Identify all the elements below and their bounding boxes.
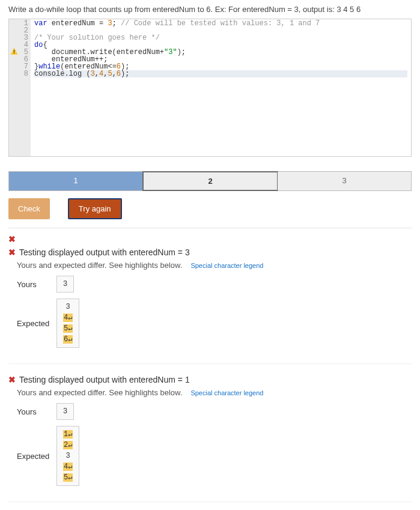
tab-attempt-1[interactable]: 1 — [9, 172, 143, 190]
test-title: ✖ Testing displayed output with enteredN… — [8, 247, 412, 257]
yours-output: 3 — [56, 403, 74, 420]
test-result-1: ✖ Testing displayed output with enteredN… — [8, 247, 412, 364]
tab-attempt-2[interactable]: 2 — [142, 171, 278, 191]
action-buttons: Check Try again — [8, 198, 412, 219]
special-char-legend-link[interactable]: Special character legend — [190, 389, 263, 396]
fail-icon: ✖ — [8, 375, 16, 384]
expected-row: Expected 1↵ 2↵ 3 4↵ 5↵ — [17, 426, 412, 486]
code-editor[interactable]: 1 2 3 4 ⚠️5 6 7 8 var enteredNum = 3; //… — [8, 19, 412, 157]
yours-row: Yours 3 — [17, 276, 412, 293]
editor-content[interactable]: var enteredNum = 3; // Code will be test… — [31, 19, 411, 156]
instruction: Write a do-while loop that counts up fro… — [8, 5, 412, 14]
special-char-legend-link[interactable]: Special character legend — [190, 262, 263, 269]
diff-message: Yours and expected differ. See highlight… — [17, 261, 412, 270]
expected-row: Expected 3 4↵ 5↵ 6↵ — [17, 299, 412, 348]
diff-message: Yours and expected differ. See highlight… — [17, 388, 412, 397]
yours-row: Yours 3 — [17, 403, 412, 420]
yours-output: 3 — [56, 276, 74, 293]
line-number: 8 — [9, 70, 28, 77]
check-button[interactable]: Check — [8, 198, 50, 219]
expected-output: 1↵ 2↵ 3 4↵ 5↵ — [56, 426, 79, 486]
test-title: ✖ Testing displayed output with enteredN… — [8, 375, 412, 384]
try-again-button[interactable]: Try again — [68, 198, 122, 219]
test-result-2: ✖ Testing displayed output with enteredN… — [8, 375, 412, 502]
fail-icon: ✖ — [8, 247, 16, 257]
editor-gutter: 1 2 3 4 ⚠️5 6 7 8 — [9, 19, 31, 156]
attempt-tabs: 1 2 3 — [8, 171, 412, 191]
warning-icon: ⚠️ — [10, 49, 17, 56]
divider — [8, 228, 412, 228]
tab-attempt-3[interactable]: 3 — [278, 172, 411, 190]
overall-fail-icon: ✖ — [8, 234, 412, 244]
expected-output: 3 4↵ 5↵ 6↵ — [56, 299, 79, 348]
